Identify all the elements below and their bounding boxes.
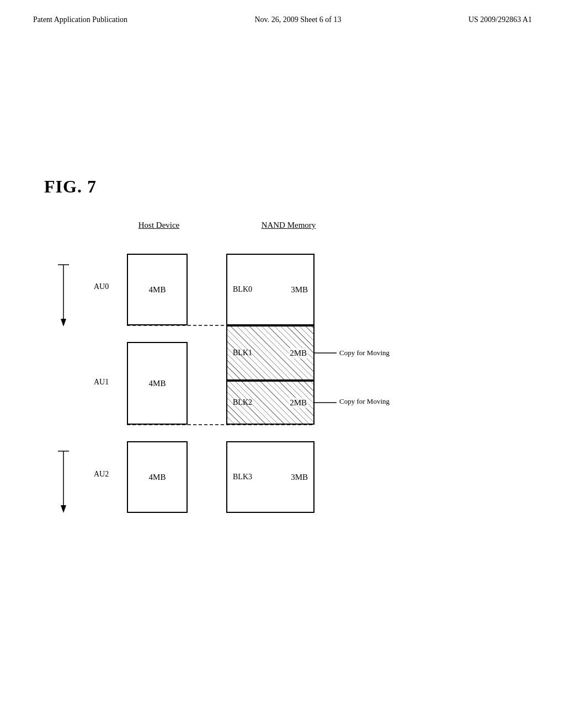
host-au2-size: 4MB (149, 473, 166, 482)
nand-memory-label: NAND Memory (247, 221, 330, 230)
nand-block-blk0: BLK0 3MB (226, 254, 315, 325)
blk1-size: 2MB (289, 348, 308, 358)
host-block-au2: 4MB (127, 441, 188, 513)
page-header: Patent Application Publication Nov. 26, … (0, 0, 565, 24)
host-au1-size: 4MB (149, 379, 166, 388)
au2-label: AU2 (94, 470, 109, 479)
figure-label: FIG. 7 (44, 176, 97, 197)
host-block-au1: 4MB (127, 342, 188, 425)
copy-for-moving-2: Copy for Moving (339, 397, 390, 406)
host-au0-size: 4MB (149, 285, 166, 295)
au0-label: AU0 (94, 282, 109, 291)
blk1-label: BLK1 (233, 349, 252, 357)
au1-label: AU1 (94, 378, 109, 387)
header-right: US 2009/292863 A1 (468, 15, 532, 24)
svg-marker-4 (61, 505, 66, 513)
blk0-label: BLK0 (233, 285, 252, 294)
svg-marker-1 (61, 319, 66, 326)
header-left: Patent Application Publication (33, 15, 127, 24)
blk0-size: 3MB (291, 285, 308, 295)
blk3-label: BLK3 (233, 473, 252, 481)
nand-block-blk3: BLK3 3MB (226, 441, 315, 513)
host-device-label: Host Device (126, 221, 192, 230)
blk3-size: 3MB (291, 473, 308, 482)
blk2-size: 2MB (289, 398, 308, 408)
nand-block-blk1: BLK1 2MB (226, 325, 315, 381)
blk2-label: BLK2 (233, 398, 252, 407)
diagram: Host Device NAND Memory 4MB AU0 4MB AU1 … (44, 221, 519, 552)
header-middle: Nov. 26, 2009 Sheet 6 of 13 (255, 15, 342, 24)
host-block-au0: 4MB (127, 254, 188, 325)
nand-block-blk2: BLK2 2MB (226, 381, 315, 425)
copy-for-moving-1: Copy for Moving (339, 349, 390, 357)
